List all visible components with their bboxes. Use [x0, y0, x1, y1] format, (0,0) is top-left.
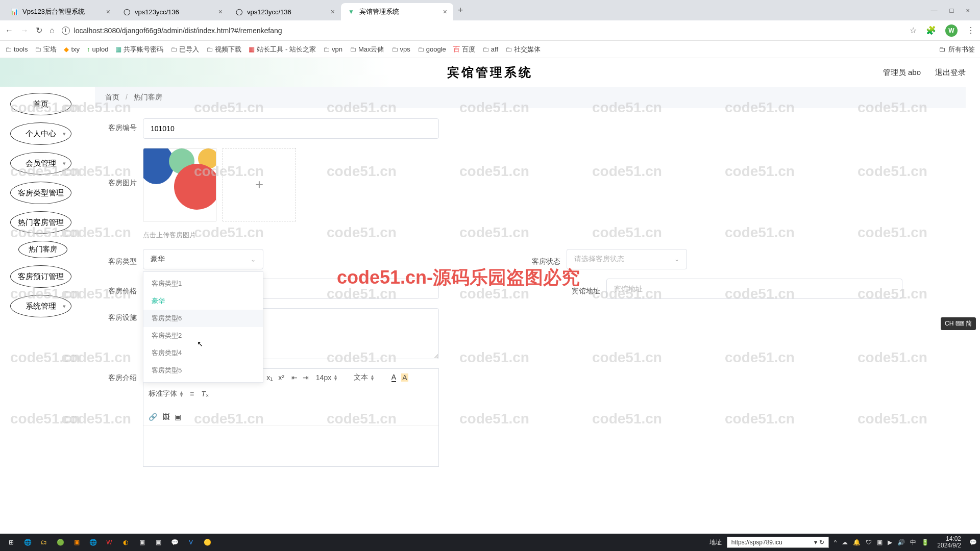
close-icon[interactable]: × [331, 8, 335, 16]
menu-icon[interactable]: ⋮ [967, 26, 975, 35]
sidebar-item-roomtype[interactable]: 客房类型管理 [10, 182, 71, 204]
minimize-icon[interactable]: — [931, 7, 938, 14]
sidebar-subitem-hotroom[interactable]: 热门客房 [18, 241, 67, 258]
extensions-icon[interactable]: 🧩 [926, 26, 936, 35]
url-field[interactable]: i localhost:8080/djangof66g9/admin/dist/… [62, 27, 282, 35]
logout-link[interactable]: 退出登录 [935, 68, 966, 78]
reload-icon[interactable]: ↻ [36, 26, 42, 35]
room-status-select[interactable]: 请选择客房状态 ⌄ [567, 249, 687, 269]
browser-tab[interactable]: 📊 Vps123后台管理系统 × [4, 3, 116, 20]
browser-tab-active[interactable]: ▼ 宾馆管理系统 × [341, 3, 453, 20]
browser-tab[interactable]: ◯ vps123ycc/136 × [116, 3, 229, 20]
star-icon[interactable]: ☆ [910, 26, 917, 35]
taskbar-app-icon[interactable]: 🌐 [19, 535, 36, 549]
taskbar-app-icon[interactable]: 🌐 [85, 535, 101, 549]
bookmark-item[interactable]: 百百度 [453, 45, 475, 54]
dropdown-option[interactable]: 客房类型4 [143, 344, 263, 362]
sidebar-item-personal[interactable]: 个人中心▾ [10, 122, 71, 145]
bookmark-item[interactable]: 🗀社交媒体 [505, 45, 541, 54]
forward-icon[interactable]: → [20, 26, 29, 35]
room-image-thumbnail[interactable] [143, 148, 216, 221]
bookmark-item[interactable]: 🗀宝塔 [35, 45, 57, 54]
maximize-icon[interactable]: □ [950, 7, 954, 14]
bookmark-item[interactable]: ◆txy [64, 45, 80, 53]
home-icon[interactable]: ⌂ [50, 26, 55, 35]
taskbar-app-icon[interactable]: 🟢 [52, 535, 68, 549]
taskbar-app-icon[interactable]: ▣ [134, 535, 150, 549]
tray-icon[interactable]: 🔋 [921, 539, 929, 546]
browser-tab[interactable]: ◯ vps123ycc/136 × [229, 3, 341, 20]
dropdown-option[interactable]: 客房类型2 [143, 327, 263, 344]
tray-icon[interactable]: ▣ [877, 539, 883, 546]
outdent-icon[interactable]: ⇤ [291, 373, 298, 382]
dropdown-option[interactable]: 客房类型1 [143, 275, 263, 292]
editor-content[interactable] [143, 425, 438, 466]
taskbar-app-icon[interactable]: ◐ [117, 535, 134, 549]
taskbar-app-icon[interactable]: ▣ [150, 535, 166, 549]
bookmark-item[interactable]: 🗀tools [5, 45, 28, 53]
bookmark-item[interactable]: 🗀Max云储 [350, 45, 384, 54]
font-size-select[interactable]: 14px▴▾ [316, 373, 347, 382]
close-icon[interactable]: × [106, 8, 110, 16]
hotel-addr-input[interactable] [606, 279, 902, 299]
sidebar-item-member[interactable]: 会员管理▾ [10, 152, 71, 174]
bookmark-item[interactable]: 🗀aff [482, 45, 498, 53]
bookmark-item[interactable]: ↑uplod [87, 45, 108, 53]
taskbar-app-icon[interactable]: 🟡 [199, 535, 215, 549]
taskbar-app-icon[interactable]: 💬 [166, 535, 183, 549]
room-type-select[interactable]: 豪华 ⌃ [143, 249, 263, 269]
clear-format-icon[interactable]: Tₓ [201, 390, 209, 398]
text-color-icon[interactable]: A [391, 373, 396, 382]
tray-icon[interactable]: ^ [834, 539, 837, 546]
taskbar-app-icon[interactable]: 🗂 [36, 535, 52, 549]
tray-icon[interactable]: ▶ [888, 539, 892, 546]
superscript-icon[interactable]: x² [278, 373, 284, 382]
back-icon[interactable]: ← [5, 26, 13, 35]
bookmark-item[interactable]: ▦共享账号密码 [115, 45, 163, 54]
dropdown-option[interactable]: 客房类型6 [143, 310, 263, 327]
bookmark-item[interactable]: 🗀视频下载 [206, 45, 241, 54]
sidebar-item-booking[interactable]: 客房预订管理 [10, 265, 71, 288]
all-bookmarks[interactable]: 🗀所有书签 [939, 45, 975, 54]
add-image-button[interactable]: + [223, 148, 296, 221]
indent-icon[interactable]: ⇥ [303, 373, 309, 382]
dropdown-option-selected[interactable]: 豪华 [143, 292, 263, 310]
taskbar-app-icon[interactable]: V [183, 535, 199, 549]
taskbar-app-icon[interactable]: W [101, 535, 117, 549]
taskbar-app-icon[interactable]: ▣ [68, 535, 85, 549]
subscript-icon[interactable]: x₁ [266, 373, 273, 382]
bookmark-item[interactable]: ▦站长工具 - 站长之家 [249, 45, 316, 54]
bookmark-item[interactable]: 🗀vps [391, 45, 410, 53]
font-family-select[interactable]: 标准字体▴▾ [149, 389, 183, 398]
breadcrumb-home[interactable]: 首页 [105, 93, 119, 101]
close-window-icon[interactable]: × [966, 7, 970, 14]
tray-icon[interactable]: 🛡 [866, 539, 872, 546]
video-icon[interactable]: ▣ [175, 413, 181, 421]
admin-label[interactable]: 管理员 abo [883, 68, 921, 78]
bg-color-icon[interactable]: A [401, 373, 408, 382]
text-style-select[interactable]: 文本▴▾ [354, 373, 384, 382]
site-info-icon[interactable]: i [62, 27, 70, 35]
room-no-input[interactable] [143, 118, 439, 139]
bookmark-item[interactable]: 🗀已导入 [170, 45, 199, 54]
tray-icon[interactable]: ☁ [842, 539, 848, 546]
sidebar-item-home[interactable]: 首页 [10, 93, 71, 115]
taskbar-clock[interactable]: 14:02 2024/9/2 [937, 536, 961, 549]
new-tab-button[interactable]: + [453, 3, 468, 17]
link-icon[interactable]: 🔗 [149, 413, 157, 421]
align-icon[interactable]: ≡ [190, 390, 194, 398]
image-icon[interactable]: 🖼 [162, 413, 169, 421]
bookmark-item[interactable]: 🗀google [418, 45, 446, 53]
sidebar-item-system[interactable]: 系统管理▾ [10, 295, 71, 317]
tray-icon[interactable]: 🔔 [853, 539, 861, 546]
bookmark-item[interactable]: 🗀vpn [323, 45, 342, 53]
tray-icon[interactable]: 中 [910, 538, 916, 547]
profile-avatar[interactable]: W [945, 24, 958, 37]
close-icon[interactable]: × [443, 8, 447, 16]
close-icon[interactable]: × [218, 8, 223, 16]
dropdown-option[interactable]: 客房类型5 [143, 362, 263, 379]
taskbar-url-field[interactable]: https://spsp789.icu▾ ↻ [727, 537, 829, 548]
start-icon[interactable]: ⊞ [3, 535, 19, 549]
sidebar-item-hotroom[interactable]: 热门客房管理 [10, 211, 71, 234]
tray-icon[interactable]: 🔊 [897, 539, 905, 546]
